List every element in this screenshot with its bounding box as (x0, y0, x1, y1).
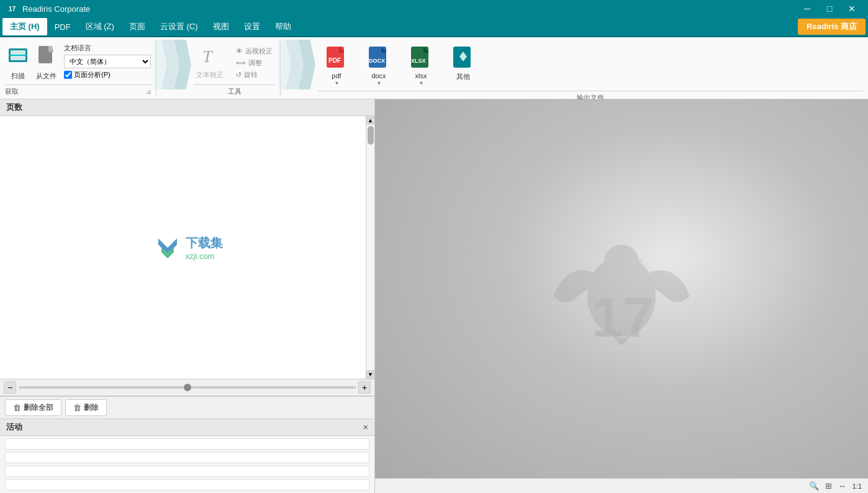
zoom-minus-button[interactable]: − (4, 381, 16, 394)
obtain-title: 获取 (5, 87, 19, 96)
svg-text:PDF: PDF (328, 57, 341, 64)
activity-row-4 (5, 479, 369, 491)
output-xlsx-button[interactable]: XLSX xlsx ▾ (402, 42, 440, 89)
page-analysis-checkbox[interactable]: 页面分析(P) (64, 70, 151, 79)
zoom-handle[interactable] (184, 384, 191, 391)
svg-text:XLSX: XLSX (411, 58, 426, 64)
delete-all-icon: 🗑 (13, 403, 21, 412)
menu-item-page[interactable]: 页面 (122, 18, 153, 35)
pages-content[interactable]: 下载集 xzji.com ▲ ▼ (0, 116, 374, 379)
scroll-down-arrow[interactable]: ▼ (366, 370, 375, 379)
remote-correction-button[interactable]: 👁 远视校正 (233, 46, 275, 57)
adjust-label: 调整 (248, 58, 262, 68)
scroll-thumb[interactable] (368, 126, 374, 145)
fit-icon[interactable]: ↔ (838, 481, 846, 491)
obtain-expand-icon[interactable]: ⊿ (146, 88, 151, 95)
scroll-track[interactable] (366, 125, 374, 370)
xlsx-arrow: ▾ (420, 79, 423, 86)
menu-item-home[interactable]: 主页 (H) (2, 18, 47, 35)
scroll-up-arrow[interactable]: ▲ (366, 116, 375, 125)
delete-button[interactable]: 🗑 删除 (65, 399, 107, 416)
activity-content (0, 436, 374, 493)
output-section: PDF pdf ▾ DOCX docx ▾ (313, 40, 868, 96)
menu-item-help[interactable]: 帮助 (268, 18, 299, 35)
page-analysis-check[interactable] (64, 71, 72, 79)
file-icon (37, 45, 56, 70)
output-other-button[interactable]: 其他 (445, 42, 482, 84)
obtain-section: 扫描 从文件 文档语言 中文（简体） (0, 40, 156, 96)
lang-area: 文档语言 中文（简体） 页面分析(P) (64, 42, 151, 79)
xlsx-label: xlsx (415, 72, 427, 79)
status-bar: 🔍 ⊞ ↔ 1:1 (375, 478, 868, 493)
app-logo-icon: 17 (5, 2, 19, 16)
zoom-plus-button[interactable]: + (358, 381, 371, 394)
tools-top: T 文本校正 👁 远视校正 ⟺ 调整 ↺ (194, 42, 275, 83)
minimize-button[interactable]: ─ (796, 0, 818, 17)
remote-correction-label: 远视校正 (245, 47, 273, 56)
text-correction-button[interactable]: T 文本校正 (194, 45, 226, 81)
svg-text:17: 17 (9, 6, 16, 12)
adjust-button[interactable]: ⟺ 调整 (233, 58, 275, 68)
grid-icon[interactable]: ⊞ (825, 481, 832, 491)
title-bar: 17 Readiris Corporate ─ □ ✕ (0, 0, 868, 17)
menu-item-cloud[interactable]: 云设置 (C) (153, 18, 206, 35)
app-title: Readiris Corporate (22, 4, 90, 14)
titlebar-left: 17 Readiris Corporate (5, 2, 90, 16)
docx-icon: DOCX (368, 45, 390, 71)
text-correction-label: 文本校正 (196, 70, 224, 79)
docx-label: docx (371, 72, 386, 79)
preview-background: 17 (375, 99, 868, 493)
pdf-label: pdf (332, 72, 341, 79)
menu-item-view[interactable]: 视图 (206, 18, 237, 35)
close-button[interactable]: ✕ (841, 0, 863, 17)
from-file-label: 从文件 (36, 71, 57, 81)
delete-label: 删除 (84, 402, 99, 413)
output-docx-button[interactable]: DOCX docx ▾ (360, 42, 397, 89)
rotate-icon: ↺ (236, 71, 242, 79)
svg-text:T: T (202, 47, 214, 66)
obtain-top: 扫描 从文件 文档语言 中文（简体） (5, 42, 151, 83)
activity-row-2 (5, 452, 369, 463)
titlebar-controls: ─ □ ✕ (796, 0, 863, 17)
activity-header: 活动 × (0, 419, 374, 436)
pages-panel: 页数 下载集 xzji.com (0, 99, 374, 396)
tools-footer: 工具 (194, 84, 275, 96)
obtain-icons: 扫描 从文件 (5, 42, 59, 83)
menu-item-region[interactable]: 区域 (Z) (78, 18, 122, 35)
maximize-button[interactable]: □ (818, 0, 841, 17)
eye-icon: 👁 (236, 47, 243, 55)
svg-point-22 (604, 245, 639, 279)
zoom-slider[interactable] (19, 386, 356, 389)
scan-button[interactable]: 扫描 (5, 42, 31, 83)
lang-select[interactable]: 中文（简体） (64, 55, 151, 68)
main-area: 页数 下载集 xzji.com (0, 99, 868, 493)
docx-arrow: ▾ (377, 79, 381, 86)
pages-scrollbar[interactable]: ▲ ▼ (366, 116, 374, 379)
store-button[interactable]: Readiris 商店 (798, 19, 866, 35)
delete-all-button[interactable]: 🗑 删除全部 (5, 399, 61, 416)
other-label: 其他 (456, 72, 470, 81)
tools-title: 工具 (228, 88, 242, 95)
ribbon: 扫描 从文件 文档语言 中文（简体） (0, 37, 868, 99)
brand-logo-svg: 17 (528, 215, 715, 377)
output-pdf-button[interactable]: PDF pdf ▾ (318, 42, 355, 89)
search-zoom-icon[interactable]: 🔍 (809, 481, 819, 491)
pdf-arrow: ▾ (335, 79, 338, 86)
adjust-icon: ⟺ (236, 59, 246, 67)
watermark-text: 下载集 (186, 235, 223, 251)
obtain-footer: 获取 ⊿ (5, 84, 151, 96)
activity-close-button[interactable]: × (363, 422, 368, 432)
tool-sub-buttons: 👁 远视校正 ⟺ 调整 ↺ 旋转 (233, 46, 275, 80)
from-file-button[interactable]: 从文件 (34, 42, 59, 83)
menu-item-pdf[interactable]: PDF (47, 18, 78, 35)
other-icon (452, 45, 474, 71)
page-analysis-label: 页面分析(P) (74, 70, 111, 79)
action-bar: 🗑 删除全部 🗑 删除 (0, 396, 374, 418)
tools-section: T 文本校正 👁 远视校正 ⟺ 调整 ↺ (189, 40, 281, 96)
rotate-button[interactable]: ↺ 旋转 (233, 70, 275, 80)
watermark-url: xzji.com (186, 251, 223, 261)
svg-marker-7 (48, 46, 53, 51)
svg-text:17: 17 (592, 286, 654, 348)
delete-icon: 🗑 (73, 403, 81, 412)
menu-item-settings[interactable]: 设置 (237, 18, 268, 35)
